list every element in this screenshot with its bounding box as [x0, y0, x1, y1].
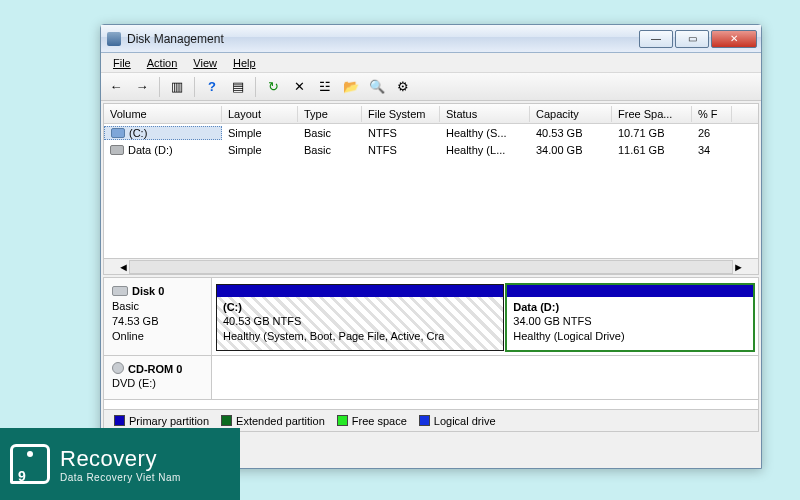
disk-meta: CD-ROM 0 DVD (E:)	[104, 356, 212, 399]
actions-button[interactable]: ⚙	[392, 76, 414, 98]
titlebar: Disk Management — ▭ ✕	[101, 25, 761, 53]
partition-size: 40.53 GB NTFS	[223, 315, 301, 327]
disk-meta: Disk 0 Basic 74.53 GB Online	[104, 278, 212, 355]
help-icon: ?	[208, 79, 216, 94]
col-capacity[interactable]: Capacity	[530, 106, 612, 122]
showhide-tree-button[interactable]: ▥	[166, 76, 188, 98]
brand-name: Recovery	[60, 446, 181, 472]
swatch-free	[337, 415, 348, 426]
drive-icon	[110, 145, 124, 155]
menu-help[interactable]: Help	[227, 56, 262, 70]
col-volume[interactable]: Volume	[104, 106, 222, 122]
menu-action[interactable]: Action	[141, 56, 184, 70]
scroll-right-icon: ►	[733, 261, 744, 273]
drive-icon	[111, 128, 125, 138]
settings-icon: ☳	[319, 79, 331, 94]
toolbar: ← → ▥ ? ▤ ↻ ✕ ☳ 📂 🔍 ⚙	[101, 73, 761, 101]
scroll-left-icon: ◄	[118, 261, 129, 273]
window-title: Disk Management	[127, 32, 639, 46]
minimize-button[interactable]: —	[639, 30, 673, 48]
settings-button[interactable]: ☳	[314, 76, 336, 98]
col-type[interactable]: Type	[298, 106, 362, 122]
partition-label: Data (D:)	[513, 301, 559, 313]
partition-size: 34.00 GB NTFS	[513, 315, 591, 327]
volume-list: Volume Layout Type File System Status Ca…	[103, 103, 759, 275]
back-button[interactable]: ←	[105, 76, 127, 98]
delete-icon: ✕	[294, 79, 305, 94]
volume-row-c[interactable]: (C:) Simple Basic NTFS Healthy (S... 40.…	[104, 124, 758, 141]
brand-watermark: Recovery Data Recovery Viet Nam	[0, 428, 240, 500]
properties-icon: ▤	[232, 79, 244, 94]
forward-button[interactable]: →	[131, 76, 153, 98]
menubar: File Action View Help	[101, 53, 761, 73]
swatch-logical	[419, 415, 430, 426]
folder-open-icon: 📂	[343, 79, 359, 94]
volume-name: Data (D:)	[128, 144, 173, 156]
partition-status: Healthy (Logical Drive)	[513, 330, 624, 342]
help-button[interactable]: ?	[201, 76, 223, 98]
partition-status: Healthy (System, Boot, Page File, Active…	[223, 330, 444, 342]
swatch-primary	[114, 415, 125, 426]
arrow-right-icon: →	[136, 79, 149, 94]
arrow-left-icon: ←	[110, 79, 123, 94]
brand-tagline: Data Recovery Viet Nam	[60, 472, 181, 483]
disk-row-cd[interactable]: CD-ROM 0 DVD (E:)	[104, 356, 758, 400]
app-icon	[107, 32, 121, 46]
search-icon: 🔍	[369, 79, 385, 94]
refresh-icon: ↻	[268, 79, 279, 94]
volume-header-row: Volume Layout Type File System Status Ca…	[104, 104, 758, 124]
maximize-button[interactable]: ▭	[675, 30, 709, 48]
gear-icon: ⚙	[397, 79, 409, 94]
disk-graphical-view: Disk 0 Basic 74.53 GB Online (C:) 40.53 …	[103, 277, 759, 432]
refresh-button[interactable]: ↻	[262, 76, 284, 98]
menu-view[interactable]: View	[187, 56, 223, 70]
col-layout[interactable]: Layout	[222, 106, 298, 122]
disk-icon	[112, 286, 128, 296]
disk-row-0[interactable]: Disk 0 Basic 74.53 GB Online (C:) 40.53 …	[104, 278, 758, 356]
volume-row-d[interactable]: Data (D:) Simple Basic NTFS Healthy (L..…	[104, 141, 758, 158]
open-button[interactable]: 📂	[340, 76, 362, 98]
properties-button[interactable]: ▤	[227, 76, 249, 98]
cd-icon	[112, 362, 124, 374]
brand-lock-icon	[10, 444, 50, 484]
col-status[interactable]: Status	[440, 106, 530, 122]
find-button[interactable]: 🔍	[366, 76, 388, 98]
partition-d[interactable]: Data (D:) 34.00 GB NTFS Healthy (Logical…	[506, 284, 754, 351]
col-free[interactable]: Free Spa...	[612, 106, 692, 122]
menu-file[interactable]: File	[107, 56, 137, 70]
volume-name: (C:)	[129, 127, 147, 139]
horizontal-scrollbar[interactable]: ◄ ►	[104, 258, 758, 274]
col-pct[interactable]: % F	[692, 106, 732, 122]
panel-icon: ▥	[171, 79, 183, 94]
delete-button[interactable]: ✕	[288, 76, 310, 98]
swatch-extended	[221, 415, 232, 426]
close-button[interactable]: ✕	[711, 30, 757, 48]
partition-c[interactable]: (C:) 40.53 GB NTFS Healthy (System, Boot…	[216, 284, 504, 351]
disk-management-window: Disk Management — ▭ ✕ File Action View H…	[100, 24, 762, 469]
partition-label: (C:)	[223, 301, 242, 313]
col-filesystem[interactable]: File System	[362, 106, 440, 122]
